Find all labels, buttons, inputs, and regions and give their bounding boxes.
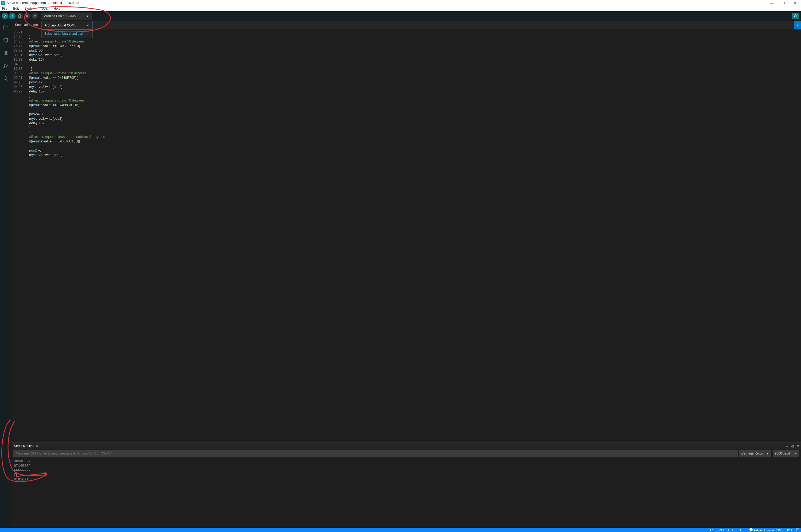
maximize-button[interactable]: ☐ — [778, 0, 789, 6]
status-cursor[interactable]: Ln 1, Col 1 — [710, 528, 724, 531]
menu-tools[interactable]: Tools — [39, 6, 49, 11]
board-option-other-label: Select other board and port… — [44, 32, 86, 36]
serial-monitor-panel: Serial Monitor ✕ ⌄ ◷ ≡ Carriage Return ▼… — [12, 442, 801, 528]
menu-lines-icon[interactable]: ≡ — [797, 444, 799, 448]
code-area[interactable]: } //if results equal 1 rotate 50 degrees… — [25, 29, 801, 442]
menu-sketch[interactable]: Sketch — [23, 6, 36, 11]
caret-down-icon: ▼ — [86, 15, 89, 18]
sidebar — [0, 21, 12, 528]
tab-overflow-button[interactable]: ▾ — [794, 21, 801, 29]
verify-button[interactable] — [2, 13, 8, 19]
line-ending-label: Carriage Return — [741, 452, 764, 455]
status-encoding[interactable]: UTF-8 — [728, 528, 736, 531]
board-option-label: Arduino Uno at COM5 — [45, 23, 76, 27]
close-button[interactable]: ✕ — [789, 0, 801, 6]
toolbar: Arduino Uno at COM5 ▼ Arduino Uno at COM… — [0, 11, 801, 21]
collapse-icon[interactable]: ⌄ — [785, 444, 788, 448]
boards-manager-icon[interactable] — [3, 37, 9, 43]
debug-icon[interactable] — [3, 62, 9, 69]
debug-button[interactable] — [24, 13, 31, 19]
code-editor[interactable]: 70 71 72 73 74 75 76 77 78 79 80 81 82 8… — [12, 29, 801, 442]
plug-icon — [749, 528, 752, 531]
menu-edit[interactable]: Edit — [12, 6, 20, 11]
menu-help[interactable]: Help — [53, 6, 61, 11]
new-sketch-button[interactable] — [17, 13, 23, 19]
serial-input[interactable] — [13, 450, 738, 457]
caret-down-icon: ▼ — [795, 452, 797, 455]
svg-rect-0 — [19, 15, 21, 18]
minimize-button[interactable]: — — [766, 0, 778, 6]
tabbar: Servo and remote(updated).ino ▾ — [12, 21, 801, 29]
gutter: 70 71 72 73 74 75 76 77 78 79 80 81 82 8… — [12, 29, 25, 442]
board-dropdown: Arduino Uno at COM5 ✔ Select other board… — [41, 21, 93, 38]
clock-icon[interactable]: ◷ — [791, 444, 794, 448]
line-ending-select[interactable]: Carriage Return ▼ — [739, 450, 771, 457]
status-notifications[interactable]: 1 — [787, 528, 792, 531]
close-icon[interactable]: ✕ — [36, 444, 39, 448]
app-icon: ∞ — [1, 1, 5, 5]
svg-rect-2 — [4, 38, 8, 42]
comment-icon — [787, 529, 790, 531]
library-manager-icon[interactable] — [3, 50, 9, 56]
serial-plotter-button[interactable] — [792, 13, 799, 19]
board-option-selected[interactable]: Arduino Uno at COM5 ✔ — [42, 21, 92, 30]
status-board[interactable]: Arduino Uno on COM5 — [749, 528, 783, 532]
check-icon: ✔ — [87, 23, 90, 27]
board-option-other[interactable]: Select other board and port… — [42, 30, 92, 38]
sketchbook-icon[interactable] — [3, 24, 9, 31]
upload-button[interactable] — [9, 13, 16, 19]
titlebar: ∞ Servo and remote(updated) | Arduino ID… — [0, 0, 801, 6]
board-select[interactable]: Arduino Uno at COM5 ▼ — [41, 13, 92, 19]
caret-down-icon: ▼ — [766, 452, 769, 455]
open-button[interactable] — [32, 13, 38, 19]
serial-monitor-tab[interactable]: Serial Monitor — [14, 444, 34, 448]
serial-output: 3D9AE3F7 9716BE3F FFFFFFFF FF 6182021B — [12, 457, 801, 528]
baud-select[interactable]: 9600 baud ▼ — [773, 450, 799, 457]
svg-point-3 — [4, 66, 5, 68]
baud-label: 9600 baud — [775, 452, 790, 455]
status-language[interactable]: C++ — [740, 528, 746, 531]
status-layout-icon[interactable] — [796, 528, 799, 532]
search-icon[interactable] — [3, 75, 9, 82]
menu-file[interactable]: File — [1, 6, 8, 11]
statusbar: Ln 1, Col 1 UTF-8 C++ Arduino Uno on COM… — [0, 528, 801, 532]
menubar: File Edit Sketch Tools Help — [0, 6, 801, 11]
board-select-label: Arduino Uno at COM5 — [44, 14, 76, 18]
window-title: Servo and remote(updated) | Arduino IDE … — [7, 1, 766, 5]
